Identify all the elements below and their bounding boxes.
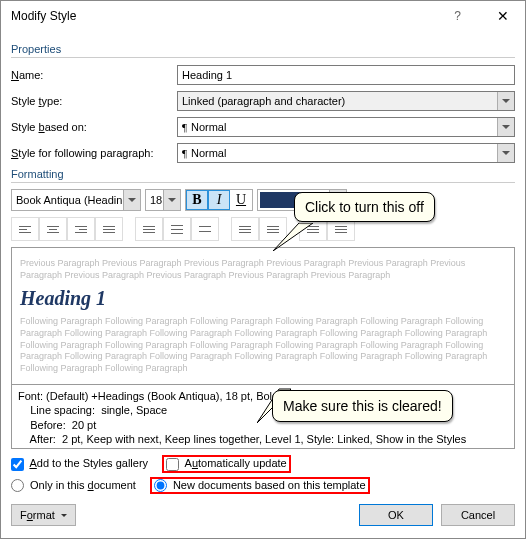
style-type-select[interactable]: Linked (paragraph and character) (177, 91, 515, 111)
properties-section-label: Properties (11, 43, 515, 58)
chevron-down-icon[interactable] (163, 190, 180, 210)
preview-after: Following Paragraph Following Paragraph … (20, 316, 506, 374)
spacing-1-button[interactable] (135, 217, 163, 241)
style-description: Font: (Default) +Headings (Book Antiqua)… (11, 385, 515, 449)
only-this-doc-radio[interactable]: Only in this document (11, 479, 136, 493)
font-family-select[interactable]: Book Antiqua (Headings) (11, 189, 141, 211)
preview-sample: Heading 1 (20, 287, 506, 310)
italic-button[interactable]: I (208, 190, 230, 210)
svg-marker-0 (273, 223, 313, 251)
window-title: Modify Style (11, 9, 76, 23)
based-on-select[interactable]: ¶Normal (177, 117, 515, 137)
new-docs-radio[interactable]: New documents based on this template (150, 477, 370, 495)
following-label: Style for following paragraph: (11, 147, 177, 159)
preview-pane: Previous Paragraph Previous Paragraph Pr… (11, 247, 515, 385)
align-justify-button[interactable] (95, 217, 123, 241)
spacing-2-button[interactable] (191, 217, 219, 241)
callout-autoupdate: Make sure this is cleared! (272, 390, 453, 422)
align-center-button[interactable] (39, 217, 67, 241)
cancel-button[interactable]: Cancel (441, 504, 515, 526)
chevron-down-icon[interactable] (123, 190, 140, 210)
following-select[interactable]: ¶Normal (177, 143, 515, 163)
name-input[interactable] (177, 65, 515, 85)
callout-italic: Click to turn this off (294, 192, 435, 222)
name-label: Name: (11, 69, 177, 81)
chevron-down-icon[interactable] (497, 144, 514, 162)
close-button[interactable]: ✕ (480, 1, 525, 31)
preview-before: Previous Paragraph Previous Paragraph Pr… (20, 258, 506, 281)
bold-button[interactable]: B (186, 190, 208, 210)
style-type-label: Style type: (11, 95, 177, 107)
align-right-button[interactable] (67, 217, 95, 241)
format-button[interactable]: Format (11, 504, 76, 526)
based-on-label: Style based on: (11, 121, 177, 133)
chevron-down-icon[interactable] (497, 92, 514, 110)
ok-button[interactable]: OK (359, 504, 433, 526)
underline-button[interactable]: U (230, 190, 252, 210)
spacing-15-button[interactable] (163, 217, 191, 241)
auto-update-checkbox[interactable]: Automatically update (162, 455, 291, 473)
help-button[interactable]: ? (435, 1, 480, 31)
font-size-select[interactable]: 18 (145, 189, 181, 211)
align-left-button[interactable] (11, 217, 39, 241)
formatting-section-label: Formatting (11, 168, 515, 183)
space-before-inc-button[interactable] (231, 217, 259, 241)
titlebar: Modify Style ? ✕ (1, 1, 525, 31)
chevron-down-icon[interactable] (497, 118, 514, 136)
add-to-gallery-checkbox[interactable]: Add to the Styles gallery (11, 457, 148, 471)
